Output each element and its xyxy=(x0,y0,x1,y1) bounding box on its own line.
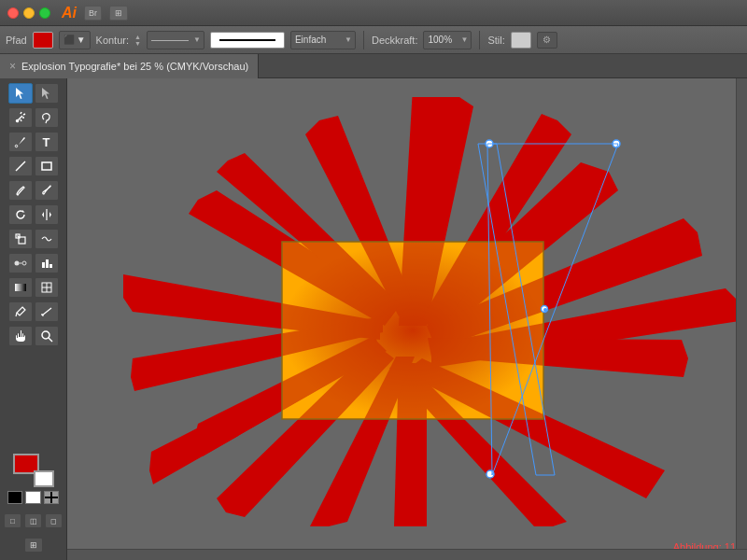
svg-point-8 xyxy=(14,261,19,266)
pen-tool[interactable] xyxy=(8,132,33,152)
svg-rect-13 xyxy=(49,264,52,268)
direct-select-tool[interactable] xyxy=(35,83,59,104)
document-tab[interactable]: × Explosion Typografie* bei 25 % (CMYK/V… xyxy=(0,54,259,78)
kontur-stepper[interactable]: ▲ ▼ xyxy=(134,32,141,49)
text-tool[interactable]: T xyxy=(35,132,59,152)
svg-rect-11 xyxy=(42,262,45,268)
main-area: T xyxy=(0,78,747,560)
svg-line-2 xyxy=(16,161,25,171)
minimize-button[interactable] xyxy=(23,7,35,19)
tool-row-line xyxy=(0,155,66,177)
eyedropper-tool[interactable] xyxy=(8,301,33,322)
brush-tool[interactable] xyxy=(35,180,59,201)
svg-point-1 xyxy=(15,145,17,147)
rect-tool[interactable] xyxy=(35,156,59,176)
app-logo: Ai xyxy=(62,5,77,21)
column-graph-tool[interactable] xyxy=(35,253,59,273)
screen-mode-button[interactable]: ⊞ xyxy=(24,538,43,553)
tool-row-eyedropper xyxy=(0,301,66,323)
bridge-button[interactable]: Br xyxy=(84,6,102,21)
svg-rect-14 xyxy=(15,284,26,291)
draw-mode-behind[interactable]: ◫ xyxy=(24,513,42,528)
selection-tool[interactable] xyxy=(8,83,33,104)
gradient-tool[interactable] xyxy=(8,277,33,298)
tool-row-select xyxy=(0,82,66,105)
tool-row-hand xyxy=(0,325,66,347)
lasso-tool[interactable] xyxy=(35,107,59,128)
explosion-graphic xyxy=(123,97,740,526)
tool-row-lasso xyxy=(0,106,66,129)
tab-close-button[interactable]: × xyxy=(9,60,16,73)
settings-button[interactable]: ⚙ xyxy=(537,32,557,49)
white-swatch[interactable] xyxy=(25,491,40,504)
svg-point-0 xyxy=(16,120,18,122)
svg-line-23 xyxy=(49,338,52,342)
tab-title: Explosion Typografie* bei 25 % (CMYK/Vor… xyxy=(21,61,248,72)
bottom-icons: □ ◫ ◻ xyxy=(0,510,66,532)
path-label: Pfad xyxy=(6,35,27,46)
quick-swatches xyxy=(4,491,63,504)
artboard xyxy=(123,97,740,526)
blend-tool[interactable] xyxy=(8,253,33,273)
stil-preview[interactable] xyxy=(511,32,531,49)
zoom-tool[interactable] xyxy=(35,326,59,346)
opacity-label: Deckkraft: xyxy=(372,35,418,46)
window-controls xyxy=(7,7,50,19)
tool-row-blend xyxy=(0,252,66,274)
tools-panel: T xyxy=(0,78,67,560)
black-swatch[interactable] xyxy=(7,491,22,504)
pencil-tool[interactable] xyxy=(8,180,33,201)
measure-tool[interactable] xyxy=(35,301,59,322)
svg-rect-12 xyxy=(46,259,49,268)
document-tabs: × Explosion Typografie* bei 25 % (CMYK/V… xyxy=(0,54,747,78)
tool-row-scale xyxy=(0,228,66,250)
warp-tool[interactable] xyxy=(35,229,59,249)
kontur-value-field[interactable]: ———— ▼ xyxy=(147,31,204,49)
horizontal-scrollbar[interactable] xyxy=(67,549,747,560)
svg-line-19 xyxy=(42,308,51,315)
title-bar: Ai Br ⊞ xyxy=(0,0,747,26)
svg-line-18 xyxy=(16,313,17,316)
none-swatch[interactable] xyxy=(44,491,59,504)
vertical-scrollbar[interactable] xyxy=(736,78,747,549)
fill-stroke-swatches[interactable] xyxy=(13,454,54,487)
line-tool[interactable] xyxy=(8,156,33,176)
tool-row-rotate xyxy=(0,203,66,226)
rotate-tool[interactable] xyxy=(8,204,33,225)
close-button[interactable] xyxy=(7,7,19,19)
stroke-style-dropdown[interactable]: Einfach ▼ xyxy=(290,31,356,49)
tool-row-gradient xyxy=(0,276,66,299)
color-swatches-section xyxy=(0,450,66,508)
svg-point-22 xyxy=(42,331,49,339)
mesh-tool[interactable] xyxy=(35,277,59,298)
magic-wand-tool[interactable] xyxy=(8,107,33,128)
draw-mode-inside[interactable]: ◻ xyxy=(45,513,63,528)
maximize-button[interactable] xyxy=(39,7,50,19)
toolbar-separator-2 xyxy=(479,31,480,49)
svg-rect-3 xyxy=(42,162,51,170)
tool-row-pencil xyxy=(0,179,66,202)
canvas-area[interactable]: Abbildung: 11 xyxy=(67,78,747,560)
reflect-tool[interactable] xyxy=(35,204,59,225)
opacity-dropdown[interactable]: 100% ▼ xyxy=(423,31,472,49)
fill-color-swatch[interactable] xyxy=(33,32,53,49)
svg-point-68 xyxy=(543,308,547,312)
hand-tool[interactable] xyxy=(8,326,33,346)
kontur-label: Kontur: xyxy=(96,35,129,46)
stroke-preview xyxy=(210,32,285,49)
draw-mode-normal[interactable]: □ xyxy=(4,513,21,528)
scale-tool[interactable] xyxy=(8,229,33,249)
svg-point-9 xyxy=(22,261,26,265)
toolbar-separator-1 xyxy=(363,31,364,49)
options-toolbar: Pfad ⬛▼ Kontur: ▲ ▼ ———— ▼ Einfach ▼ Dec… xyxy=(0,26,747,54)
layout-button[interactable]: ⊞ xyxy=(109,6,128,21)
stil-label: Stil: xyxy=(487,35,504,46)
screen-mode-icons: ⊞ xyxy=(0,534,66,556)
tool-row-pen: T xyxy=(0,131,66,153)
background-color[interactable] xyxy=(34,470,54,487)
stroke-options-button[interactable]: ⬛▼ xyxy=(59,31,91,49)
